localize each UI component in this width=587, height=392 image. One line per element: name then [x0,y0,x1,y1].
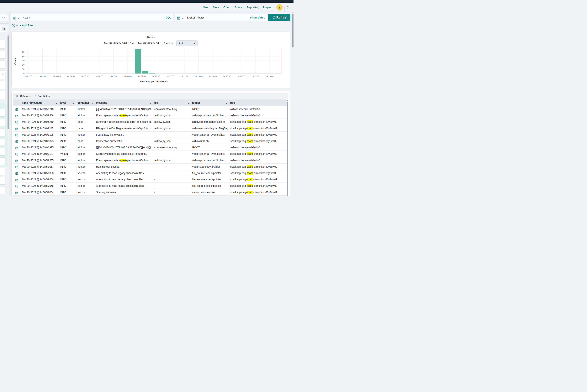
svg-text:50: 50 [22,51,24,53]
svg-text:14:14:00: 14:14:00 [209,75,217,78]
svg-text:timestamp per 30 seconds: timestamp per 30 seconds [139,80,168,83]
svg-text:10: 10 [22,68,24,70]
svg-text:14:09:00: 14:09:00 [138,75,146,78]
svg-text:30: 30 [22,60,24,62]
svg-text:14:11:00: 14:11:00 [166,75,174,78]
svg-text:40: 40 [22,55,24,58]
svg-text:14:08:00: 14:08:00 [124,75,132,78]
svg-text:14:05:00: 14:05:00 [81,75,89,78]
svg-text:14:03:00: 14:03:00 [53,75,61,78]
svg-text:14:07:00: 14:07:00 [110,75,117,78]
svg-text:14:12:00: 14:12:00 [180,75,188,78]
svg-text:14:15:00: 14:15:00 [223,75,231,78]
svg-text:14:01:00: 14:01:00 [24,75,32,78]
svg-text:0: 0 [23,72,24,74]
svg-text:14:16:00: 14:16:00 [237,75,245,78]
svg-text:14:10:00: 14:10:00 [152,75,160,78]
svg-text:14:17:00: 14:17:00 [252,75,260,78]
svg-text:14:02:00: 14:02:00 [38,75,46,78]
svg-text:14:13:00: 14:13:00 [195,75,202,78]
svg-text:20: 20 [22,64,24,66]
svg-text:14:04:00: 14:04:00 [67,75,75,78]
svg-text:14:18:00: 14:18:00 [266,75,274,78]
svg-text:14:06:00: 14:06:00 [96,75,103,78]
svg-text:Count: Count [14,58,17,65]
